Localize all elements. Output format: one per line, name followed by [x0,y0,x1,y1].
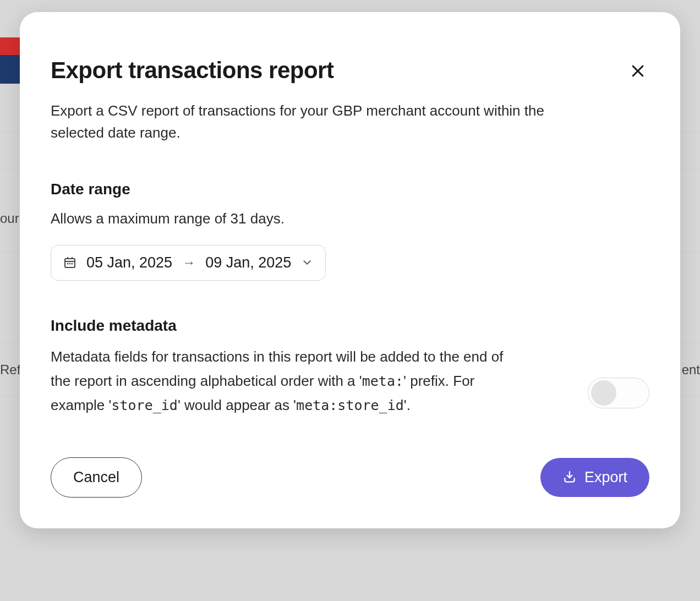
export-button-label: Export [584,469,627,486]
svg-point-6 [68,264,68,264]
date-range-start: 05 Jan, 2025 [86,254,172,271]
modal-subtitle: Export a CSV report of transactions for … [51,100,579,144]
background-decoration [0,55,22,84]
download-icon [562,470,577,484]
metadata-code: store_id [111,397,177,413]
background-text: our [0,211,19,226]
cancel-button[interactable]: Cancel [51,457,142,498]
modal-header: Export transactions report [51,57,649,84]
svg-point-8 [72,264,73,264]
date-range-picker[interactable]: 05 Jan, 2025 → 09 Jan, 2025 [51,245,326,281]
include-metadata-section: Include metadata Metadata fields for tra… [51,317,649,418]
close-icon [630,63,646,79]
include-metadata-heading: Include metadata [51,317,566,335]
calendar-icon [63,256,76,269]
background-decoration [0,37,22,55]
background-text: ent [682,362,700,378]
metadata-text-block: Include metadata Metadata fields for tra… [51,317,566,418]
date-range-help: Allows a maximum range of 31 days. [51,208,649,230]
svg-point-7 [70,264,70,264]
export-button[interactable]: Export [540,458,649,497]
date-range-end: 09 Jan, 2025 [205,254,291,271]
background-text: Ref [0,362,20,378]
modal-title: Export transactions report [51,57,333,84]
include-metadata-toggle[interactable] [588,378,649,408]
date-range-heading: Date range [51,181,649,198]
date-range-section: Date range Allows a maximum range of 31 … [51,181,649,281]
metadata-code: meta:store_id [296,397,404,413]
close-button[interactable] [626,59,649,84]
metadata-code: meta: [362,373,403,389]
export-transactions-modal: Export transactions report Export a CSV … [20,12,680,528]
metadata-desc-text: '. [404,397,411,413]
modal-footer: Cancel Export [51,457,649,498]
toggle-knob [591,380,616,406]
chevron-down-icon [301,256,313,269]
cancel-button-label: Cancel [73,469,119,486]
arrow-right-icon: → [182,255,195,270]
metadata-desc-text: ' would appear as ' [178,397,296,413]
include-metadata-description: Metadata fields for transactions in this… [51,345,513,418]
